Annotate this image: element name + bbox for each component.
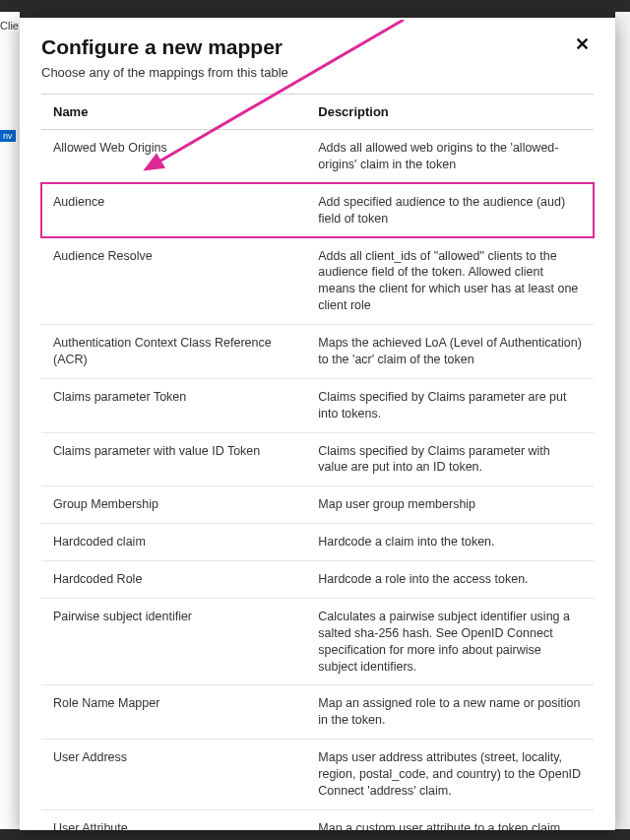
mapper-name: Role Name Mapper xyxy=(41,685,306,740)
mapper-name: Audience Resolve xyxy=(41,237,306,325)
mapper-description: Hardcode a claim into the token. xyxy=(306,524,594,561)
mapper-description: Calculates a pairwise subject identifier… xyxy=(306,598,594,685)
column-header-description: Description xyxy=(306,95,594,130)
mapper-description: Maps the achieved LoA (Level of Authenti… xyxy=(306,325,594,379)
mapper-name: Hardcoded Role xyxy=(41,561,306,599)
table-row[interactable]: Claims parameter TokenClaims specified b… xyxy=(41,378,594,432)
mapper-name: Group Membership xyxy=(41,486,306,524)
configure-mapper-modal: Configure a new mapper ✕ Choose any of t… xyxy=(20,18,615,830)
mapper-name: Hardcoded claim xyxy=(41,524,306,561)
mapper-name: User Attribute xyxy=(41,809,306,830)
close-button[interactable]: ✕ xyxy=(571,35,594,53)
mapper-description: Map an assigned role to a new name or po… xyxy=(306,685,594,740)
mapper-name: Pairwise subject identifier xyxy=(41,598,306,685)
table-row[interactable]: Allowed Web OriginsAdds all allowed web … xyxy=(41,130,594,184)
background-right-panel xyxy=(615,12,630,829)
mapper-name: User Address xyxy=(41,740,306,810)
table-row[interactable]: Role Name MapperMap an assigned role to … xyxy=(41,685,594,740)
table-row[interactable]: Claims parameter with value ID TokenClai… xyxy=(41,432,594,486)
mappers-table: Name Description Allowed Web OriginsAdds… xyxy=(41,94,594,830)
table-row[interactable]: User AddressMaps user address attributes… xyxy=(41,740,594,810)
table-row[interactable]: User AttributeMap a custom user attribut… xyxy=(41,809,594,830)
modal-subtitle: Choose any of the mappings from this tab… xyxy=(41,65,594,80)
table-row[interactable]: Hardcoded claimHardcode a claim into the… xyxy=(41,524,594,561)
table-row[interactable]: Authentication Context Class Reference (… xyxy=(41,325,594,379)
table-row[interactable]: Audience ResolveAdds all client_ids of "… xyxy=(41,237,594,325)
bg-tag: nv xyxy=(0,130,16,142)
table-row[interactable]: AudienceAdd specified audience to the au… xyxy=(41,183,594,237)
table-row[interactable]: Pairwise subject identifierCalculates a … xyxy=(41,598,594,685)
mapper-name: Claims parameter with value ID Token xyxy=(41,432,306,486)
mapper-name: Authentication Context Class Reference (… xyxy=(41,325,306,379)
mapper-description: Map user group membership xyxy=(306,486,594,524)
table-header-row: Name Description xyxy=(41,95,594,130)
column-header-name: Name xyxy=(41,95,306,130)
modal-header: Configure a new mapper ✕ xyxy=(41,35,594,59)
mapper-description: Claims specified by Claims parameter wit… xyxy=(306,432,594,486)
mapper-name: Audience xyxy=(41,183,306,237)
mapper-description: Maps user address attributes (street, lo… xyxy=(306,740,594,810)
background-left-panel: Clie nv xyxy=(0,12,20,829)
mapper-description: Adds all client_ids of "allowed" clients… xyxy=(306,237,594,325)
mapper-description: Claims specified by Claims parameter are… xyxy=(306,378,594,432)
bg-text: Clie xyxy=(0,20,19,32)
table-row[interactable]: Hardcoded RoleHardcode a role into the a… xyxy=(41,561,594,599)
mapper-name: Allowed Web Origins xyxy=(41,130,306,184)
table-row[interactable]: Group MembershipMap user group membershi… xyxy=(41,486,594,524)
modal-title: Configure a new mapper xyxy=(41,35,283,59)
mapper-description: Add specified audience to the audience (… xyxy=(306,183,594,237)
mapper-description: Adds all allowed web origins to the 'all… xyxy=(306,130,594,184)
mapper-description: Hardcode a role into the access token. xyxy=(306,561,594,599)
mapper-name: Claims parameter Token xyxy=(41,378,306,432)
mapper-description: Map a custom user attribute to a token c… xyxy=(306,809,594,830)
